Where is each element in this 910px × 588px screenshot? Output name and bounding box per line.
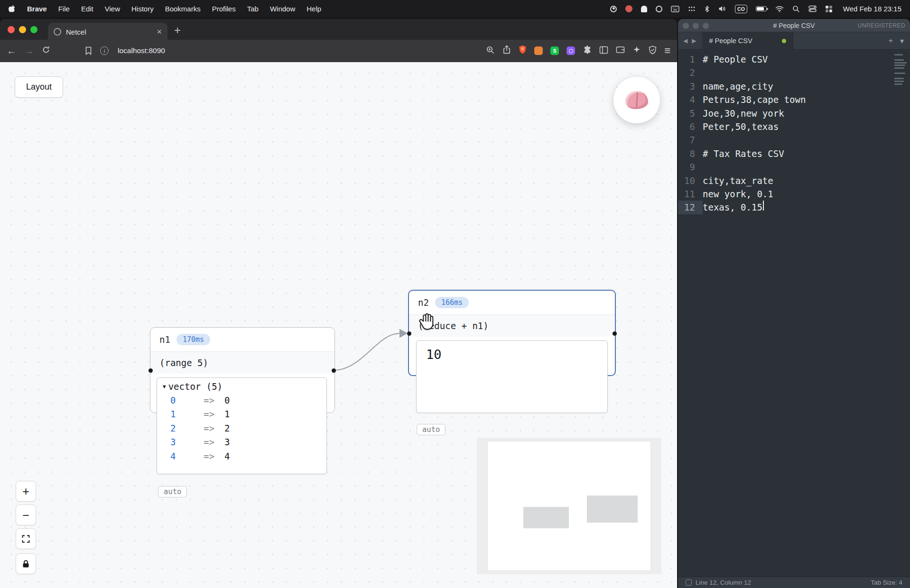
zoom-window-button[interactable] (703, 23, 709, 29)
line-text: Petrus,38,cape town (703, 93, 806, 106)
node-n1-result[interactable]: ▼ vector (5) 0=>01=>12=>23=>34=>4 (157, 377, 327, 474)
node-n2-result[interactable]: 10 (416, 340, 608, 413)
node-n2-input-port[interactable] (407, 331, 411, 336)
screen-record-icon[interactable] (610, 5, 617, 13)
menubar-clock[interactable]: Wed Feb 18 23:15 (843, 5, 901, 13)
editor-line[interactable]: 4Petrus,38,cape town (678, 93, 910, 106)
menu-icon[interactable]: ≡ (664, 46, 670, 56)
tab-overflow-icon[interactable]: ▾ (900, 37, 904, 46)
line-number: 3 (678, 80, 703, 93)
editor-line[interactable]: 3name,age,city (678, 80, 910, 93)
menu-window[interactable]: Window (270, 5, 295, 13)
editor-line[interactable]: 9 (678, 160, 910, 174)
lock-button[interactable] (16, 553, 36, 574)
extension-icon-2[interactable]: S (550, 46, 559, 55)
tab-scroll-left-icon[interactable]: ◀ (683, 37, 687, 44)
node-n2-output-port[interactable] (613, 331, 617, 336)
extension-icon-3[interactable] (566, 46, 575, 55)
reload-button[interactable] (42, 46, 50, 56)
node-n1-auto-toggle[interactable]: auto (158, 486, 187, 497)
sidebar-icon[interactable] (599, 46, 608, 56)
node-canvas[interactable]: Layout n1 170ms (range 5) ▼ vector (5) 0… (0, 62, 677, 588)
ghost-icon[interactable] (641, 5, 647, 13)
menu-edit[interactable]: Edit (81, 5, 93, 13)
line-number: 8 (678, 147, 703, 160)
node-n1-input-port[interactable] (149, 368, 153, 373)
apple-menu-icon[interactable] (9, 5, 16, 13)
browser-tab[interactable]: Netcel × (48, 23, 167, 41)
editor-line[interactable]: 2 (678, 66, 910, 79)
menu-file[interactable]: File (58, 5, 70, 13)
minimize-window-button[interactable] (19, 26, 26, 33)
editor-line[interactable]: 5Joe,30,new york (678, 107, 910, 120)
zoom-window-button[interactable] (30, 26, 37, 33)
zoom-page-icon[interactable] (486, 46, 495, 56)
menu-bookmarks[interactable]: Bookmarks (165, 5, 201, 13)
menu-history[interactable]: History (131, 5, 154, 13)
wifi-icon[interactable] (775, 5, 784, 13)
editor-line[interactable]: 10city,tax_rate (678, 174, 910, 187)
search-icon[interactable] (792, 5, 800, 13)
tab-size[interactable]: Tab Size: 4 (871, 579, 902, 586)
menu-help[interactable]: Help (306, 5, 321, 13)
node-n1-code[interactable]: (range 5) (150, 351, 334, 374)
editor-line[interactable]: 7 (678, 133, 910, 147)
vpn-shield-icon[interactable] (649, 46, 657, 56)
close-window-button[interactable] (8, 26, 15, 33)
vector-row: 2=>2 (157, 421, 326, 435)
editor-tab[interactable]: # People CSV (702, 32, 793, 50)
minimap[interactable] (894, 54, 908, 85)
bluetooth-icon[interactable] (704, 5, 710, 13)
minimize-window-button[interactable] (693, 23, 699, 29)
site-info-icon[interactable]: i (100, 46, 109, 55)
new-tab-button[interactable]: + (174, 24, 181, 37)
menu-profiles[interactable]: Profiles (212, 5, 236, 13)
share-icon[interactable] (502, 45, 511, 56)
menu-tab[interactable]: Tab (247, 5, 259, 13)
keyboard-icon[interactable] (671, 5, 679, 13)
extensions-puzzle-icon[interactable] (583, 46, 592, 56)
address-bar[interactable]: localhost:8090 (118, 46, 165, 55)
vector-row: 4=>4 (157, 449, 326, 463)
node-n1-output-port[interactable] (332, 368, 336, 373)
node-n2-auto-toggle[interactable]: auto (417, 424, 446, 435)
bookmark-icon[interactable] (85, 46, 92, 55)
code-editor[interactable]: 1# People CSV23name,age,city4Petrus,38,c… (678, 50, 910, 577)
line-number: 5 (678, 107, 703, 120)
collapse-triangle-icon[interactable]: ▼ (163, 384, 166, 390)
editor-line[interactable]: 12texas, 0.15 (678, 201, 910, 214)
menu-brave[interactable]: Brave (27, 5, 47, 13)
tab-scroll-right-icon[interactable]: ▶ (692, 37, 696, 44)
wallet-icon[interactable] (616, 46, 625, 55)
zoom-out-button[interactable]: − (16, 505, 36, 525)
tab-title: Netcel (66, 28, 152, 36)
control-center-icon[interactable] (808, 5, 817, 13)
user-switch-icon[interactable] (825, 5, 833, 13)
volume-icon[interactable] (718, 5, 726, 13)
editor-line[interactable]: 6Peter,50,texas (678, 120, 910, 133)
extension-icon-1[interactable] (534, 46, 543, 55)
tab-close-icon[interactable]: × (157, 27, 162, 37)
assistant-button[interactable] (613, 77, 660, 123)
zoom-in-button[interactable]: + (16, 481, 36, 502)
fit-view-button[interactable] (16, 528, 36, 549)
editor-line[interactable]: 11new york, 0.1 (678, 187, 910, 201)
co-badge[interactable]: CO (735, 5, 747, 13)
battery-icon[interactable] (756, 5, 767, 13)
node-n2-code[interactable]: (reduce + n1) (409, 314, 615, 337)
editor-line[interactable]: 1# People CSV (678, 53, 910, 66)
line-number: 2 (678, 66, 703, 79)
leo-sparkle-icon[interactable] (632, 46, 641, 56)
menu-view[interactable]: View (105, 5, 120, 13)
brave-shield-icon[interactable] (519, 45, 527, 56)
input-grid-icon[interactable] (688, 5, 696, 13)
new-tab-icon[interactable]: + (889, 37, 893, 46)
back-button[interactable]: ← (7, 46, 16, 55)
layout-button[interactable]: Layout (15, 76, 63, 98)
close-window-button[interactable] (683, 23, 689, 29)
forward-button[interactable]: → (24, 46, 34, 55)
editor-line[interactable]: 8# Tax Rates CSV (678, 147, 910, 160)
target-icon[interactable] (656, 5, 662, 13)
app-status-icon[interactable] (625, 5, 632, 13)
loading-node-placeholder (477, 438, 661, 574)
